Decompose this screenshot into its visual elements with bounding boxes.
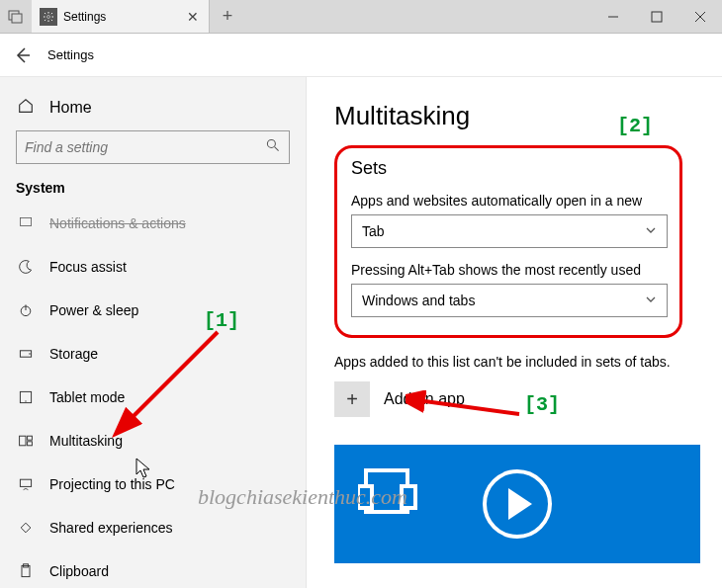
add-app-label: Add an app: [384, 390, 465, 408]
svg-point-14: [29, 353, 31, 355]
window-controls: [591, 0, 722, 33]
shared-icon: [16, 520, 36, 536]
notifications-icon: [16, 215, 36, 231]
svg-point-2: [47, 15, 50, 18]
chevron-down-icon: [645, 223, 657, 239]
svg-rect-17: [20, 436, 26, 446]
multitasking-icon: [16, 433, 36, 449]
svg-rect-20: [20, 479, 31, 486]
storage-icon: [16, 346, 36, 362]
sidebar-item-power-sleep[interactable]: Power & sleep: [2, 289, 304, 332]
add-app-button[interactable]: + Add an app: [334, 381, 700, 417]
header-title: Settings: [47, 47, 94, 62]
close-icon[interactable]: ✕: [185, 9, 201, 25]
sidebar-item-label: Notifications & actions: [49, 215, 186, 231]
clipboard-icon: [16, 563, 36, 579]
sidebar-item-label: Tablet mode: [49, 389, 125, 405]
svg-rect-25: [402, 486, 415, 508]
svg-rect-19: [28, 442, 33, 446]
sidebar-item-clipboard[interactable]: Clipboard: [2, 549, 304, 588]
sidebar-item-label: Projecting to this PC: [49, 476, 175, 492]
sidebar-item-label: Storage: [49, 346, 98, 362]
sets-open-in-dropdown[interactable]: Tab: [351, 214, 668, 248]
sidebar-item-tablet-mode[interactable]: Tablet mode: [2, 376, 304, 419]
sidebar-item-label: Focus assist: [49, 259, 127, 275]
minimize-button[interactable]: [591, 0, 635, 33]
sidebar-item-home[interactable]: Home: [16, 87, 290, 130]
tab-settings[interactable]: Settings ✕: [32, 0, 210, 33]
dropdown-value: Windows and tabs: [362, 293, 475, 308]
sets-video-icon: [358, 462, 427, 526]
home-icon: [16, 97, 36, 119]
sidebar-item-notifications[interactable]: Notifications & actions: [2, 202, 304, 245]
search-icon: [265, 137, 281, 157]
sidebar-nav: Notifications & actions Focus assist Pow…: [2, 202, 304, 588]
svg-rect-1: [12, 14, 22, 23]
dropdown-value: Tab: [362, 223, 385, 239]
maximize-button[interactable]: [635, 0, 678, 33]
sidebar-item-label: Power & sleep: [49, 302, 138, 318]
sets-field2-label: Pressing Alt+Tab shows the most recently…: [351, 262, 666, 278]
power-icon: [16, 302, 36, 318]
sidebar-item-focus-assist[interactable]: Focus assist: [2, 245, 304, 289]
exclusion-note: Apps added to this list can't be include…: [334, 354, 700, 370]
moon-icon: [16, 259, 36, 275]
sidebar: Home System Notifications & actions Focu…: [0, 77, 307, 588]
svg-rect-24: [358, 486, 372, 508]
svg-rect-4: [652, 12, 662, 22]
home-label: Home: [49, 99, 92, 117]
projecting-icon: [16, 476, 36, 492]
sets-heading: Sets: [351, 158, 387, 179]
sidebar-item-shared-experiences[interactable]: Shared experiences: [2, 506, 304, 549]
tablet-icon: [16, 389, 36, 405]
svg-line-9: [275, 147, 279, 151]
play-icon: [483, 469, 552, 539]
gear-icon: [40, 8, 57, 26]
task-view-icon[interactable]: [0, 0, 32, 33]
sets-alttab-dropdown[interactable]: Windows and tabs: [351, 284, 668, 317]
svg-rect-10: [20, 217, 31, 225]
section-label-system: System: [16, 164, 290, 202]
tab-title: Settings: [63, 10, 179, 24]
sidebar-item-label: Clipboard: [49, 563, 109, 579]
close-window-button[interactable]: [678, 0, 722, 33]
page-title: Multitasking: [334, 101, 700, 131]
new-tab-button[interactable]: +: [210, 0, 245, 33]
sidebar-item-storage[interactable]: Storage: [2, 332, 304, 376]
sidebar-item-label: Shared experiences: [49, 520, 173, 536]
search-input-container[interactable]: [16, 130, 290, 164]
sets-field1-label: Apps and websites automatically open in …: [351, 193, 666, 209]
search-input[interactable]: [25, 139, 265, 155]
svg-rect-18: [28, 436, 33, 440]
sets-highlight-box: Sets Apps and websites automatically ope…: [334, 145, 682, 338]
back-button[interactable]: [12, 45, 32, 65]
chevron-down-icon: [645, 293, 657, 308]
sidebar-item-label: Multitasking: [49, 433, 123, 449]
svg-point-8: [267, 139, 275, 147]
video-tile[interactable]: [334, 445, 700, 563]
content-pane: Multitasking Sets Apps and websites auto…: [307, 77, 722, 588]
window-tabbar: Settings ✕ +: [0, 0, 722, 34]
plus-icon: +: [334, 381, 370, 417]
cursor-icon: [135, 457, 154, 480]
app-header: Settings: [0, 34, 722, 77]
